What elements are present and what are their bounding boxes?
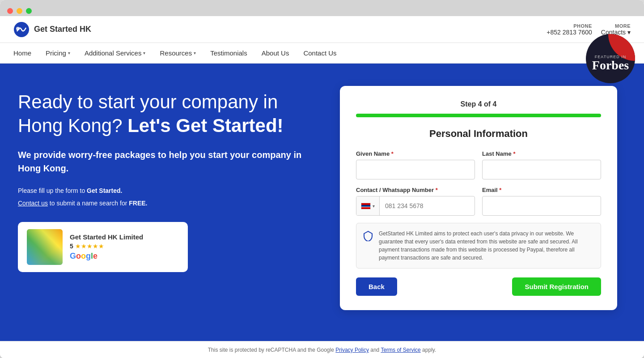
minimize-dot: [17, 8, 22, 14]
star-rating-row: 5 ★★★★★: [70, 243, 179, 250]
form-section-title: Personal Information: [356, 128, 601, 140]
footer: This site is protected by reCAPTCHA and …: [0, 341, 644, 358]
submit-button[interactable]: Submit Registration: [512, 277, 601, 296]
footer-and: and: [370, 347, 381, 353]
form-panel: Step 4 of 4 Personal Information Given N…: [340, 86, 617, 310]
hero-section: Ready to start your company in Hong Kong…: [0, 64, 644, 341]
card-image-inner: [27, 229, 63, 265]
close-dot: [7, 8, 13, 14]
hero-left: Ready to start your company in Hong Kong…: [18, 81, 322, 314]
given-name-input[interactable]: [356, 160, 475, 179]
logo-icon: [13, 21, 30, 38]
forbes-name-label: Forbes: [592, 59, 629, 72]
privacy-text: GetStarted HK Limited aims to protect ea…: [379, 230, 594, 262]
last-name-label: Last Name *: [482, 150, 601, 157]
privacy-notice: GetStarted HK Limited aims to protect ea…: [356, 223, 601, 268]
required-marker: *: [513, 150, 515, 157]
phone-label: PHONE: [547, 23, 592, 29]
nav-item-about-us[interactable]: About Us: [254, 43, 297, 63]
phone-number-input[interactable]: [380, 202, 475, 209]
required-marker: *: [436, 187, 438, 193]
phone-group: Contact / Whatsapp Number * ▾: [356, 187, 475, 216]
phone-field-label: Contact / Whatsapp Number *: [356, 187, 475, 193]
nav-item-testimonials[interactable]: Testimonials: [203, 43, 254, 63]
last-name-input[interactable]: [482, 160, 601, 179]
name-row: Given Name * Last Name *: [356, 150, 601, 179]
nav-item-contact-us[interactable]: Contact Us: [296, 43, 343, 63]
last-name-group: Last Name *: [482, 150, 601, 179]
phone-area: PHONE +852 2813 7600: [547, 23, 592, 36]
hero-contact-desc: Contact us to submit a name search for F…: [18, 198, 322, 208]
email-group: Email *: [482, 187, 601, 216]
progress-bar-fill: [356, 114, 601, 117]
flag-dropdown-arrow: ▾: [373, 204, 375, 209]
maximize-dot: [26, 8, 32, 14]
thailand-flag-icon: [361, 203, 371, 209]
email-input[interactable]: [482, 196, 601, 216]
hero-description: Please fill up the form to Get Started.: [18, 186, 322, 196]
contact-us-link[interactable]: Contact us: [18, 200, 48, 207]
chevron-down-icon: ▾: [194, 51, 196, 55]
back-button[interactable]: Back: [356, 277, 397, 296]
hero-subtitle: We provide worry-free packages to help y…: [18, 148, 322, 175]
terms-of-service-link[interactable]: Terms of Service: [381, 347, 420, 353]
forbes-badge: FEATURED IN Forbes: [586, 34, 635, 83]
required-marker: *: [391, 150, 394, 157]
required-marker: *: [499, 187, 501, 193]
given-name-label: Given Name *: [356, 150, 475, 157]
progress-bar-track: [356, 114, 601, 117]
form-actions: Back Submit Registration: [356, 277, 601, 296]
hero-title-bold: Let's Get Started!: [127, 115, 283, 136]
contact-email-row: Contact / Whatsapp Number * ▾ Email *: [356, 187, 601, 216]
privacy-policy-link[interactable]: Privacy Policy: [335, 347, 369, 353]
shield-icon: [363, 230, 373, 241]
nav-item-resources[interactable]: Resources ▾: [153, 43, 203, 63]
star-icons: ★★★★★: [75, 243, 104, 250]
hero-free-bold: FREE.: [129, 200, 147, 207]
hero-get-started-bold: Get Started.: [87, 187, 122, 194]
phone-input-wrapper: ▾: [356, 196, 475, 216]
navbar: Home Pricing ▾ Additional Services ▾ Res…: [0, 43, 644, 64]
more-label: MORE: [601, 23, 631, 29]
footer-apply: apply.: [422, 347, 436, 353]
footer-text-part1: This site is protected by reCAPTCHA and …: [208, 347, 334, 353]
email-field-label: Email *: [482, 187, 601, 193]
logo-text: Get Started HK: [34, 25, 91, 34]
svg-point-1: [16, 27, 20, 30]
step-indicator: Step 4 of 4: [356, 100, 601, 108]
google-card-info: Get Started HK Limited 5 ★★★★★ Google: [70, 233, 179, 261]
google-review-card: Get Started HK Limited 5 ★★★★★ Google: [18, 222, 188, 272]
chevron-down-icon: ▾: [68, 51, 70, 55]
google-card-image: [27, 229, 63, 265]
chevron-down-icon: ▾: [143, 51, 145, 55]
country-flag-button[interactable]: ▾: [356, 196, 380, 215]
nav-item-home[interactable]: Home: [13, 43, 38, 63]
hero-title: Ready to start your company in Hong Kong…: [18, 90, 322, 137]
phone-number[interactable]: +852 2813 7600: [547, 29, 592, 36]
given-name-group: Given Name *: [356, 150, 475, 179]
nav-item-additional-services[interactable]: Additional Services ▾: [77, 43, 153, 63]
logo[interactable]: Get Started HK: [13, 21, 91, 38]
site-header: Get Started HK PHONE +852 2813 7600 MORE…: [0, 16, 644, 43]
rating-number: 5: [70, 243, 73, 250]
company-name: Get Started HK Limited: [70, 233, 179, 241]
nav-item-pricing[interactable]: Pricing ▾: [38, 43, 77, 63]
google-logo: Google: [70, 251, 179, 261]
